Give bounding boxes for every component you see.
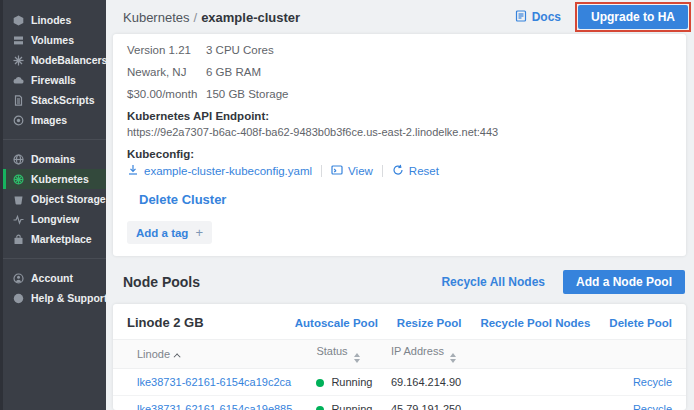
separator (382, 165, 383, 177)
sidebar-item-firewalls[interactable]: Firewalls (3, 70, 106, 90)
node-ip: 45.79.191.250 (391, 403, 461, 410)
recycle-node-link[interactable]: Recycle (633, 376, 672, 388)
status-text: Running (331, 376, 372, 388)
svg-text:?: ? (17, 294, 21, 301)
column-header-status[interactable]: Status (316, 340, 390, 369)
cluster-version: Version 1.21 (127, 44, 206, 56)
cluster-price: $30.00/month (127, 88, 206, 100)
node-link[interactable]: lke38731-62161-6154ca19e885 (137, 403, 292, 410)
add-node-pool-button[interactable]: Add a Node Pool (563, 270, 685, 294)
upgrade-ha-highlight-box: Upgrade to HA (575, 2, 691, 32)
add-tag-button[interactable]: Add a tag + (127, 221, 212, 244)
sort-icon (354, 353, 360, 363)
delete-pool-link[interactable]: Delete Pool (609, 317, 672, 329)
reset-label: Reset (409, 165, 439, 177)
volumes-icon (13, 35, 24, 46)
spec-row: $30.00/month 150 GB Storage (127, 88, 672, 100)
breadcrumb-kubernetes-link[interactable]: Kubernetes (123, 10, 190, 25)
sidebar-item-label: Marketplace (31, 233, 92, 245)
docs-icon (515, 10, 527, 25)
sidebar-divider (3, 139, 106, 140)
sidebar-item-images[interactable]: Images (3, 110, 106, 130)
cluster-storage: 150 GB Storage (206, 88, 288, 100)
sidebar-item-help-support[interactable]: ? Help & Support (3, 288, 106, 308)
sidebar-item-linodes[interactable]: Linodes (3, 10, 106, 30)
recycle-pool-nodes-link[interactable]: Recycle Pool Nodes (480, 317, 590, 329)
nodes-table: Linode Status IP Address lke38731-62161-… (113, 339, 686, 410)
breadcrumb-current-cluster: example-cluster (201, 10, 300, 25)
domains-icon (13, 154, 24, 165)
kubeconfig-download-link[interactable]: example-cluster-kubeconfig.yaml (127, 164, 312, 178)
pool-header: Linode 2 GB Autoscale Pool Resize Pool R… (113, 304, 686, 339)
separator (321, 165, 322, 177)
pool-actions: Autoscale Pool Resize Pool Recycle Pool … (295, 317, 672, 329)
upgrade-to-ha-button[interactable]: Upgrade to HA (578, 5, 688, 29)
longview-icon (13, 214, 24, 225)
node-link[interactable]: lke38731-62161-6154ca19c2ca (137, 376, 291, 388)
plus-icon: + (195, 225, 203, 240)
docs-link[interactable]: Docs (515, 10, 561, 25)
breadcrumb: Kubernetes/example-cluster (123, 10, 515, 25)
spec-row: Newark, NJ 6 GB RAM (127, 66, 672, 78)
sort-icon (450, 353, 456, 363)
account-icon (13, 273, 24, 284)
docs-label: Docs (532, 10, 561, 24)
kubeconfig-actions: example-cluster-kubeconfig.yaml View Res… (127, 164, 672, 178)
kubeconfig-filename: example-cluster-kubeconfig.yaml (144, 165, 312, 177)
sidebar-item-label: Firewalls (31, 74, 76, 86)
marketplace-icon (13, 234, 24, 245)
sidebar-item-marketplace[interactable]: Marketplace (3, 229, 106, 249)
status-running-dot (316, 379, 324, 387)
sidebar-item-longview[interactable]: Longview (3, 209, 106, 229)
reset-icon (392, 164, 404, 178)
nodebalancers-icon (13, 55, 24, 66)
pool-name: Linode 2 GB (127, 315, 295, 330)
sidebar-item-stackscripts[interactable]: StackScripts (3, 90, 106, 110)
kubeconfig-view-link[interactable]: View (331, 164, 373, 178)
sidebar-item-nodebalancers[interactable]: NodeBalancers (3, 50, 106, 70)
sidebar-item-domains[interactable]: Domains (3, 149, 106, 169)
column-header-ip-address[interactable]: IP Address (391, 340, 571, 369)
column-header-actions (571, 340, 686, 369)
api-endpoint-label: Kubernetes API Endpoint: (127, 110, 672, 122)
sidebar-item-label: Help & Support (31, 292, 107, 304)
main-content: Kubernetes/example-cluster Docs Upgrade … (106, 0, 694, 410)
sidebar: Linodes Volumes NodeBalancers Firewalls … (0, 0, 106, 410)
table-row: lke38731-62161-6154ca19c2ca Running 69.1… (113, 369, 686, 396)
kubeconfig-reset-link[interactable]: Reset (392, 164, 439, 178)
sidebar-item-label: Domains (31, 153, 75, 165)
linodes-icon (13, 15, 24, 26)
kubeconfig-label: Kubeconfig: (127, 148, 672, 160)
sidebar-item-object-storage[interactable]: Object Storage (3, 189, 106, 209)
view-label: View (348, 165, 373, 177)
sidebar-item-label: Images (31, 114, 67, 126)
sidebar-item-label: Kubernetes (31, 173, 89, 185)
delete-cluster-link[interactable]: Delete Cluster (139, 192, 226, 207)
resize-pool-link[interactable]: Resize Pool (397, 317, 462, 329)
breadcrumb-separator: / (194, 10, 198, 25)
view-icon (331, 164, 343, 178)
download-icon (127, 164, 139, 178)
cluster-region: Newark, NJ (127, 66, 206, 78)
node-pools-title: Node Pools (123, 274, 441, 290)
stackscripts-icon (13, 95, 24, 106)
sidebar-item-label: StackScripts (31, 94, 95, 106)
node-pool-card: Linode 2 GB Autoscale Pool Resize Pool R… (113, 304, 686, 410)
firewalls-icon (13, 75, 24, 86)
sidebar-item-kubernetes[interactable]: Kubernetes (3, 169, 106, 189)
sidebar-item-label: Object Storage (31, 193, 106, 205)
cluster-cpu: 3 CPU Cores (206, 44, 274, 56)
sidebar-item-account[interactable]: Account (3, 268, 106, 288)
recycle-all-nodes-link[interactable]: Recycle All Nodes (441, 275, 545, 289)
sidebar-divider (3, 258, 106, 259)
sidebar-item-volumes[interactable]: Volumes (3, 30, 106, 50)
sidebar-item-label: Linodes (31, 14, 71, 26)
add-tag-label: Add a tag (136, 227, 188, 239)
autoscale-pool-link[interactable]: Autoscale Pool (295, 317, 378, 329)
object-storage-icon (13, 194, 24, 205)
recycle-node-link[interactable]: Recycle (633, 403, 672, 410)
page-header: Kubernetes/example-cluster Docs Upgrade … (106, 0, 694, 34)
spec-row: Version 1.21 3 CPU Cores (127, 44, 672, 56)
sidebar-item-label: Volumes (31, 34, 74, 46)
column-header-linode[interactable]: Linode (113, 340, 316, 369)
